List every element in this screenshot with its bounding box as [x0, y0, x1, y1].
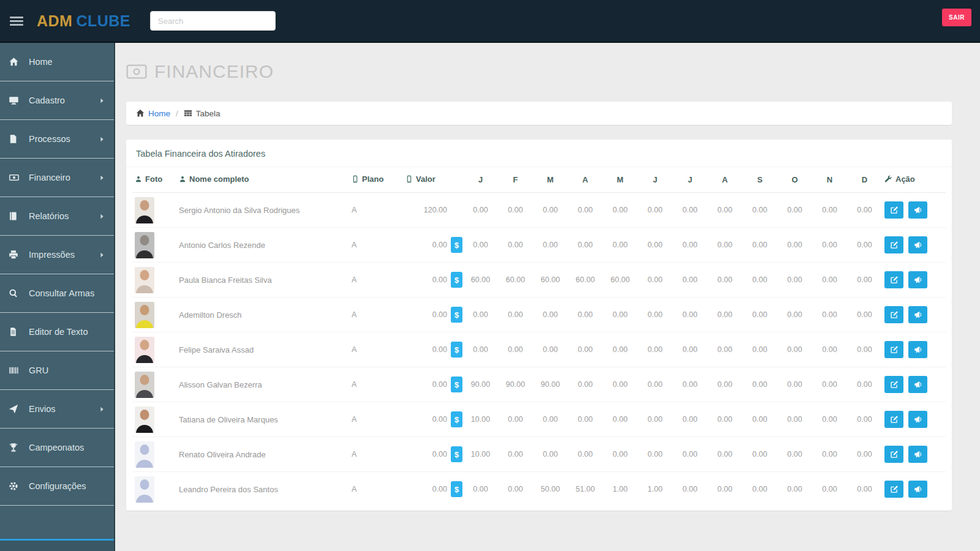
- dollar-badge[interactable]: $: [451, 481, 462, 497]
- breadcrumb-home-label: Home: [148, 109, 170, 118]
- sidebar-item-processos[interactable]: Processos: [0, 120, 114, 159]
- sidebar-item-consultar-armas[interactable]: Consultar Armas: [0, 274, 114, 313]
- edit-button[interactable]: [884, 481, 903, 498]
- month-value-6: 0.00: [638, 402, 673, 437]
- edit-button[interactable]: [884, 446, 903, 463]
- announce-button[interactable]: [908, 411, 927, 428]
- edit-icon: [890, 276, 899, 284]
- edit-icon: [890, 415, 899, 424]
- action-cell: [882, 332, 946, 367]
- megaphone-icon: [914, 345, 922, 354]
- edit-button[interactable]: [884, 376, 903, 393]
- sidebar-item-gru[interactable]: GRU: [0, 351, 114, 390]
- sidebar-item-label: Editor de Texto: [29, 327, 88, 337]
- edit-icon: [890, 241, 899, 249]
- edit-button[interactable]: [884, 306, 903, 323]
- sidebar-item-cadastro[interactable]: Cadastro: [0, 81, 114, 120]
- valor-cell: 0.00 $: [403, 437, 463, 472]
- dollar-badge[interactable]: $: [451, 307, 462, 323]
- player-name: Ademilton Dresch: [176, 298, 349, 332]
- month-value-7: 0.00: [673, 193, 707, 228]
- table-row: Tatiana de Oliveira Marques A 0.00 $ 10.…: [132, 402, 946, 437]
- edit-button[interactable]: [884, 271, 903, 288]
- month-value-7: 0.00: [673, 298, 707, 332]
- announce-button[interactable]: [908, 446, 927, 463]
- month-value-6: 0.00: [638, 332, 673, 367]
- printer-icon: [9, 249, 22, 260]
- month-value-5: 0.00: [603, 402, 638, 437]
- sidebar-item-home[interactable]: Home: [0, 43, 114, 81]
- breadcrumb-home-link[interactable]: Home: [136, 109, 170, 118]
- edit-button[interactable]: [884, 201, 903, 219]
- page-header: FINANCEIRO: [126, 61, 952, 82]
- month-value-3: 60.00: [533, 263, 568, 298]
- month-value-11: 0.00: [812, 193, 847, 228]
- logout-button[interactable]: SAIR: [942, 9, 971, 26]
- month-value-4: 0.00: [568, 367, 603, 402]
- month-value-11: 0.00: [812, 402, 847, 437]
- dollar-badge[interactable]: $: [451, 237, 462, 253]
- foto-cell: [132, 263, 176, 298]
- month-value-2: 0.00: [498, 437, 533, 472]
- table-icon: [184, 109, 192, 118]
- sidebar-item-configuracoes[interactable]: Configurações: [0, 467, 114, 506]
- search-input[interactable]: [150, 11, 276, 31]
- valor-cell: 0.00 $: [403, 298, 463, 332]
- table-row: Sergio Antonio da Silva Rodrigues A 120.…: [132, 193, 946, 228]
- sidebar-item-relatorios[interactable]: Relatórios: [0, 197, 114, 236]
- edit-button[interactable]: [884, 236, 903, 253]
- hamburger-menu-icon[interactable]: [10, 15, 23, 28]
- dollar-badge[interactable]: $: [451, 272, 462, 288]
- month-value-7: 0.00: [673, 367, 707, 402]
- sidebar-item-financeiro[interactable]: Financeiro: [0, 159, 114, 197]
- month-value-3: 0.00: [533, 298, 568, 332]
- sidebar-item-impressoes[interactable]: Impressões: [0, 236, 114, 274]
- sidebar-nav: Home Cadastro Processos Financeiro Relat…: [0, 43, 114, 506]
- plano-value: A: [349, 402, 403, 437]
- announce-button[interactable]: [908, 481, 927, 498]
- sidebar-item-label: Relatórios: [29, 211, 69, 221]
- month-value-1: 90.00: [463, 367, 498, 402]
- announce-button[interactable]: [908, 236, 927, 253]
- month-value-9: 0.00: [742, 437, 777, 472]
- month-value-11: 0.00: [812, 367, 847, 402]
- table-row: Felipe Saraiva Assad A 0.00 $ 0.000.000.…: [132, 332, 946, 367]
- avatar: [135, 441, 154, 468]
- sidebar-bottom-strip: [0, 539, 114, 551]
- announce-button[interactable]: [908, 201, 927, 219]
- dollar-badge[interactable]: $: [451, 411, 462, 427]
- announce-button[interactable]: [908, 376, 927, 393]
- month-value-5: 0.00: [603, 332, 638, 367]
- foto-cell: [132, 367, 176, 402]
- foto-cell: [132, 402, 176, 437]
- sidebar-item-envios[interactable]: Envios: [0, 390, 114, 429]
- edit-button[interactable]: [884, 411, 903, 428]
- month-value-9: 0.00: [742, 472, 777, 507]
- month-value-4: 51.00: [568, 472, 603, 507]
- wrench-icon: [884, 175, 892, 185]
- month-value-12: 0.00: [847, 332, 882, 367]
- action-cell: [882, 437, 946, 472]
- search-icon: [9, 288, 22, 299]
- announce-button[interactable]: [908, 271, 927, 288]
- month-value-1: 0.00: [463, 472, 498, 507]
- col-month-7: J: [673, 167, 707, 193]
- desktop-icon: [9, 95, 22, 106]
- month-value-6: 0.00: [638, 193, 673, 228]
- edit-button[interactable]: [884, 341, 903, 358]
- sidebar-item-editor-de-texto[interactable]: Editor de Texto: [0, 313, 114, 351]
- valor-cell: 0.00 $: [403, 402, 463, 437]
- announce-button[interactable]: [908, 341, 927, 358]
- announce-button[interactable]: [908, 306, 927, 323]
- month-value-6: 0.00: [638, 437, 673, 472]
- dollar-badge[interactable]: $: [451, 342, 462, 358]
- dollar-badge[interactable]: $: [451, 446, 462, 462]
- month-value-5: 0.00: [603, 193, 638, 228]
- sidebar-item-campeonatos[interactable]: Campeonatos: [0, 429, 114, 467]
- dollar-badge[interactable]: $: [451, 377, 462, 392]
- valor-value: 120.00: [424, 206, 447, 214]
- sidebar-item-label: Processos: [29, 134, 70, 144]
- month-value-10: 0.00: [777, 332, 812, 367]
- month-value-12: 0.00: [847, 298, 882, 332]
- table-row: Paula Bianca Freitas Silva A 0.00 $ 60.0…: [132, 263, 946, 298]
